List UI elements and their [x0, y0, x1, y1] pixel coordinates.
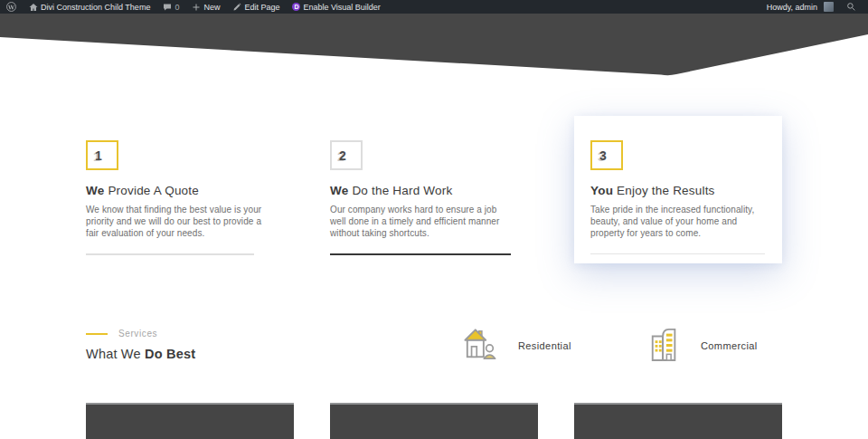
step-number: 1: [95, 148, 102, 163]
category-label: Commercial: [701, 340, 758, 351]
step-number-box: 2: [330, 140, 363, 170]
step-column-3-card: 3 YouEnjoy the Results Take pride in the…: [574, 116, 782, 263]
step-title-emphasis: We: [86, 184, 104, 197]
services-title-bold: Do Best: [145, 347, 195, 361]
plus-icon: [192, 3, 201, 12]
edit-page-link[interactable]: Edit Page: [226, 0, 286, 14]
step-number: 2: [339, 148, 346, 163]
category-label: Residential: [518, 340, 571, 351]
step-title: YouEnjoy the Results: [590, 184, 766, 197]
comments-link[interactable]: 0: [156, 0, 185, 14]
step-title-rest: Provide A Quote: [108, 184, 199, 197]
site-name-link[interactable]: Divi Construction Child Theme: [23, 0, 156, 14]
wp-admin-bar: Divi Construction Child Theme 0 New Edit…: [0, 0, 868, 14]
admin-search[interactable]: [840, 0, 863, 14]
divider: [86, 253, 254, 255]
step-description: Our company works hard to ensure a job w…: [330, 204, 513, 239]
comment-count: 0: [175, 3, 179, 12]
services-eyebrow: Services: [86, 329, 195, 339]
enable-visual-builder-link[interactable]: D Enable Visual Builder: [286, 0, 386, 14]
divi-icon: D: [292, 3, 300, 11]
pencil-icon: [232, 3, 241, 12]
services-heading-block: Services What We Do Best: [86, 329, 195, 361]
comments-icon: [163, 3, 172, 12]
project-image[interactable]: [574, 403, 782, 439]
project-image[interactable]: [330, 403, 538, 439]
page: Divi Construction Child Theme 0 New Edit…: [0, 0, 868, 439]
services-title-normal: What We: [86, 347, 141, 361]
avatar: [824, 2, 834, 12]
accent-line: [86, 333, 108, 335]
home-icon: [29, 3, 38, 12]
step-title-emphasis: We: [330, 184, 348, 197]
new-label: New: [203, 3, 220, 12]
step-column-1: 1 WeProvide A Quote We know that finding…: [86, 116, 294, 263]
admin-bar-left: Divi Construction Child Theme 0 New Edit…: [0, 0, 387, 14]
divider: [330, 253, 511, 255]
step-description: We know that finding the best value is y…: [86, 204, 269, 239]
visual-builder-label: Enable Visual Builder: [303, 3, 380, 12]
hero-slanted-section: [0, 14, 868, 77]
step-title: WeProvide A Quote: [86, 184, 294, 197]
howdy-label: Howdy, admin: [767, 3, 817, 12]
step-description: Take pride in the increased functionalit…: [590, 204, 766, 239]
edit-page-label: Edit Page: [244, 3, 279, 12]
step-number: 3: [599, 148, 607, 163]
wordpress-logo-menu[interactable]: [0, 0, 23, 14]
category-residential[interactable]: Residential: [464, 326, 571, 366]
step-title-rest: Enjoy the Results: [617, 184, 714, 197]
wordpress-logo: [6, 2, 16, 12]
step-title: WeDo the Hard Work: [330, 184, 538, 197]
divider: [590, 253, 765, 254]
new-content-menu[interactable]: New: [185, 0, 226, 14]
step-column-2: 2 WeDo the Hard Work Our company works h…: [330, 116, 538, 263]
services-title: What We Do Best: [86, 347, 195, 361]
category-commercial[interactable]: Commercial: [648, 326, 758, 366]
building-icon: [648, 326, 681, 366]
step-title-emphasis: You: [590, 184, 613, 197]
services-eyebrow-label: Services: [118, 329, 157, 339]
site-name-label: Divi Construction Child Theme: [41, 3, 150, 12]
step-number-box: 3: [590, 140, 623, 170]
step-number-box: 1: [86, 140, 118, 170]
admin-bar-right: Howdy, admin: [760, 0, 868, 14]
house-icon: [464, 326, 498, 366]
project-image[interactable]: [86, 403, 294, 439]
search-icon: [846, 2, 856, 12]
step-title-rest: Do the Hard Work: [352, 184, 452, 197]
my-account-menu[interactable]: Howdy, admin: [760, 0, 840, 14]
